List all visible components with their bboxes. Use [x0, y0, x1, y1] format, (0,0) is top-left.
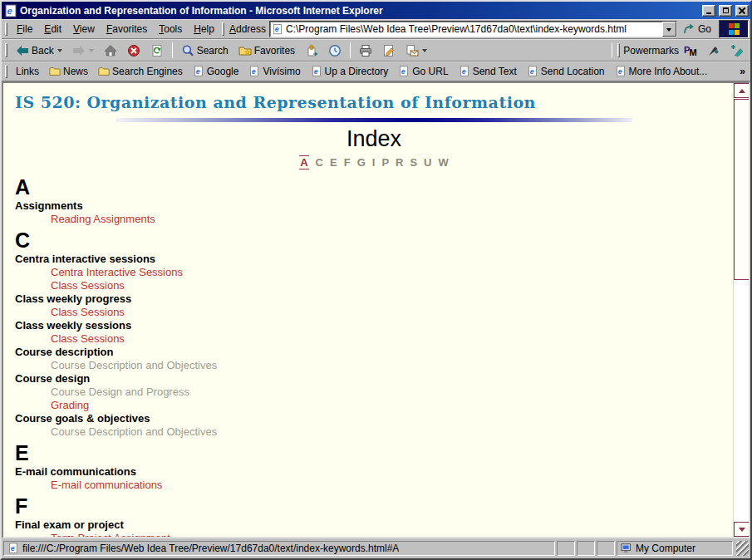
stop-button[interactable] [122, 42, 145, 60]
link-more-info[interactable]: e More Info About... [610, 64, 713, 80]
links-grip[interactable] [5, 65, 7, 77]
svg-text:e: e [313, 66, 317, 75]
index-term: Class weekly progress [15, 292, 733, 306]
powermarks-add-button[interactable] [725, 42, 749, 60]
status-url: file:///C:/Program Files/Web Idea Tree/P… [22, 543, 399, 554]
resize-grip[interactable] [736, 541, 749, 556]
menu-tools[interactable]: Tools [153, 21, 188, 37]
section-heading-e: E [15, 442, 733, 464]
letter-link-a[interactable]: A [299, 155, 308, 169]
letter-link-s[interactable]: S [410, 156, 417, 169]
index-link[interactable]: Class Sessions [15, 306, 733, 319]
search-button[interactable]: Search [176, 42, 233, 60]
letter-nav: ACEFGIPRSUW [15, 155, 733, 169]
links-bar-label: Links [11, 64, 44, 79]
mail-button[interactable] [401, 42, 432, 60]
history-clock-icon [328, 44, 342, 57]
link-up-a-directory[interactable]: e Up a Directory [306, 64, 394, 80]
link-send-location[interactable]: e Send Location [522, 64, 610, 80]
chevron-down-icon [666, 28, 671, 34]
ie-page-icon: e [615, 66, 627, 78]
menu-grip[interactable] [5, 22, 7, 35]
forward-dropdown-icon[interactable] [89, 49, 94, 55]
status-pane-1 [557, 541, 575, 556]
close-button[interactable] [735, 5, 749, 17]
address-dropdown-button[interactable] [662, 22, 676, 37]
ie-page-icon: e [311, 66, 322, 78]
refresh-button[interactable] [145, 42, 169, 60]
letter-link-r[interactable]: R [396, 156, 403, 169]
index-link[interactable]: Course Description and Objectives [15, 425, 733, 439]
letter-link-f[interactable]: F [344, 156, 351, 169]
forward-button[interactable] [67, 42, 99, 60]
letter-link-c[interactable]: C [316, 156, 323, 169]
link-go-url[interactable]: e Go URL [393, 64, 453, 80]
status-zone-panel: My Computer [617, 541, 733, 556]
powermarks-button[interactable]: PM [679, 42, 702, 60]
flag-green [735, 23, 740, 28]
folders-button[interactable] [300, 42, 323, 60]
menu-address-bar: File Edit View Favorites Tools Help Addr… [2, 19, 750, 39]
index-term: Course goals & objectives [15, 412, 733, 425]
vertical-scrollbar[interactable] [733, 83, 749, 537]
home-button[interactable] [99, 42, 122, 60]
favorites-button[interactable]: Favorites [233, 42, 300, 60]
link-vivisimo[interactable]: e Vivísimo [243, 64, 305, 80]
links-overflow-button[interactable]: » [736, 66, 749, 77]
powermarks-grip[interactable] [617, 43, 620, 58]
print-button[interactable] [354, 42, 377, 60]
maximize-button[interactable] [719, 5, 732, 17]
scrollbar-thumb[interactable] [734, 99, 750, 280]
folder-icon [98, 66, 110, 78]
link-search-engines[interactable]: Search Engines [93, 64, 188, 80]
page-title: IS 520: Organization and Representation … [15, 93, 733, 111]
menu-edit[interactable]: Edit [38, 21, 67, 37]
index-link[interactable]: Term Project Assignment [15, 532, 733, 537]
menu-favorites[interactable]: Favorites [101, 21, 153, 37]
toolbar-grip[interactable] [5, 43, 7, 58]
scroll-up-button[interactable] [734, 83, 750, 98]
address-grip[interactable] [222, 22, 224, 35]
menu-view[interactable]: View [67, 21, 101, 37]
index-heading: Index [15, 125, 733, 152]
scroll-down-button[interactable] [734, 522, 750, 537]
index-link[interactable]: E-mail communications [15, 479, 733, 492]
letter-link-p[interactable]: P [381, 156, 389, 169]
go-button[interactable]: Go [677, 20, 716, 38]
back-dropdown-icon[interactable] [57, 49, 62, 55]
letter-link-g[interactable]: G [357, 156, 366, 169]
letter-link-w[interactable]: W [439, 156, 449, 169]
svg-text:e: e [7, 6, 12, 16]
mail-dropdown-icon[interactable] [422, 49, 427, 55]
link-news[interactable]: News [44, 64, 93, 80]
link-send-text[interactable]: e Send Text [454, 64, 522, 80]
address-input[interactable]: e C:\Program Files\Web Idea Tree\Preview… [269, 21, 677, 37]
letter-link-e[interactable]: E [330, 156, 337, 169]
letter-link-i[interactable]: I [372, 156, 376, 169]
menu-help[interactable]: Help [188, 21, 220, 37]
address-value[interactable]: C:\Program Files\Web Idea Tree\Preview\1… [286, 23, 660, 35]
index-link[interactable]: Reading Assignments [15, 213, 733, 226]
status-pane-3 [597, 541, 615, 556]
back-button[interactable]: Back [11, 42, 67, 60]
web-page: IS 520: Organization and Representation … [3, 83, 733, 537]
index-link[interactable]: Course Description and Objectives [15, 359, 733, 372]
index-term: Centra interactive sessions [15, 253, 733, 266]
link-google[interactable]: e Google [188, 64, 244, 80]
search-icon [181, 44, 194, 57]
menu-file[interactable]: File [11, 21, 38, 37]
index-link[interactable]: Course Design and Progress [15, 386, 733, 399]
minimize-button[interactable] [702, 5, 715, 17]
history-button[interactable] [323, 42, 347, 60]
index-link[interactable]: Class Sessions [15, 279, 733, 292]
index-link[interactable]: Class Sessions [15, 332, 733, 346]
letter-link-u[interactable]: U [424, 156, 431, 169]
index-link[interactable]: Grading [15, 399, 733, 412]
section-heading-f: F [15, 495, 733, 517]
edit-button[interactable] [377, 42, 401, 60]
print-icon [359, 44, 372, 57]
powermarks-search-button[interactable] [702, 42, 725, 60]
forward-arrow-icon [72, 44, 86, 57]
title-bar: e Organization and Representation of Inf… [2, 2, 750, 19]
index-link[interactable]: Centra Interactive Sessions [15, 266, 733, 279]
